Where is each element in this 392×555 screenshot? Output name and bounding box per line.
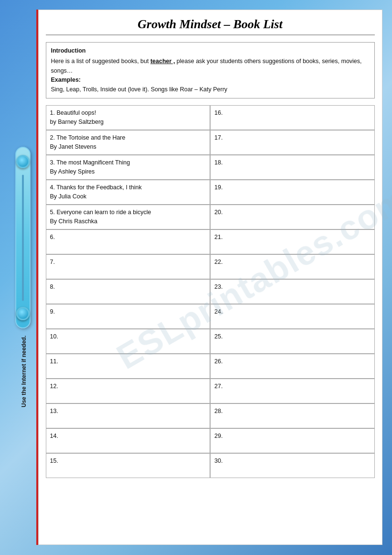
page-container: Use the Internet if needed. Growth Minds… <box>10 10 382 545</box>
book-num: 19. <box>214 184 222 191</box>
book-author: By Julia Cook <box>50 193 86 200</box>
intro-line1: Here is a list of suggested books, but t… <box>51 58 362 74</box>
book-author: By Chris Raschka <box>50 218 97 225</box>
intro-label: Introduction <box>51 46 370 55</box>
book-cell-left: 10. <box>46 329 211 354</box>
book-num: 6. <box>50 234 55 240</box>
book-cell-left: 8. <box>46 279 211 304</box>
book-num: 21. <box>214 234 222 240</box>
book-cell-right: 23. <box>210 279 375 304</box>
book-cell-left: 1. Beautiful oops!by Barney Saltzberg <box>46 105 211 130</box>
book-num: 18. <box>214 159 222 166</box>
sidebar-label: Use the Internet if needed. <box>18 331 28 407</box>
book-num: 28. <box>214 408 222 414</box>
book-cell-right: 24. <box>210 304 375 329</box>
book-num: 8. <box>50 283 55 290</box>
book-num: 12. <box>50 383 58 390</box>
book-num: 16. <box>214 109 222 116</box>
book-cell-right: 21. <box>210 229 375 254</box>
book-cell-left: 15. <box>46 453 211 478</box>
book-cell-left: 5. Everyone can learn to ride a bicycleB… <box>46 205 211 229</box>
book-author: By Janet Stevens <box>50 143 96 150</box>
book-grid: 1. Beautiful oops!by Barney Saltzberg16.… <box>46 105 375 478</box>
intro-examples-text: Sing, Leap, Trolls, Inside out (love it)… <box>51 86 228 93</box>
book-num: 2. <box>50 134 55 141</box>
intro-teacher-word: teacher , <box>150 58 175 65</box>
book-num: 23. <box>214 283 222 290</box>
book-cell-left: 12. <box>46 379 211 403</box>
book-cell-left: 11. <box>46 354 211 379</box>
book-cell-right: 26. <box>210 354 375 379</box>
book-cell-right: 25. <box>210 329 375 354</box>
book-title: The Tortoise and the Hare <box>56 134 125 141</box>
book-cell-left: 4. Thanks for the Feedback, I thinkBy Ju… <box>46 180 211 205</box>
book-title: The most Magnificent Thing <box>56 159 130 166</box>
book-num: 27. <box>214 383 222 390</box>
book-num: 22. <box>214 259 222 265</box>
book-title: Everyone can learn to ride a bicycle <box>56 209 151 216</box>
book-num: 29. <box>214 433 222 439</box>
main-content: Growth Mindset – Book List Introduction … <box>38 10 382 545</box>
book-cell-right: 27. <box>210 379 375 403</box>
sidebar-circle-top <box>16 155 30 168</box>
book-cell-right: 16. <box>210 105 375 130</box>
page-title: Growth Mindset – Book List <box>46 17 375 35</box>
book-cell-left: 7. <box>46 254 211 279</box>
book-num: 4. <box>50 184 55 191</box>
sidebar: Use the Internet if needed. <box>10 10 36 545</box>
book-num: 3. <box>50 159 55 166</box>
book-num: 13. <box>50 408 58 414</box>
book-cell-left: 3. The most Magnificent ThingBy Ashley S… <box>46 155 211 180</box>
book-author: by Barney Saltzberg <box>50 119 104 125</box>
book-num: 11. <box>50 358 58 365</box>
book-num: 25. <box>214 333 222 340</box>
book-cell-right: 22. <box>210 254 375 279</box>
book-cell-left: 2. The Tortoise and the HareBy Janet Ste… <box>46 130 211 155</box>
book-cell-right: 28. <box>210 403 375 428</box>
book-num: 15. <box>50 457 58 464</box>
book-title: Thanks for the Feedback, I think <box>56 184 142 191</box>
sidebar-text: Use the Internet if needed. <box>20 336 28 407</box>
book-title: Beautiful oops! <box>56 109 96 116</box>
book-cell-right: 30. <box>210 453 375 478</box>
book-num: 30. <box>214 457 222 464</box>
book-cell-right: 17. <box>210 130 375 155</box>
book-cell-left: 14. <box>46 428 211 453</box>
book-cell-right: 18. <box>210 155 375 180</box>
book-num: 5. <box>50 209 55 216</box>
sidebar-circle-bottom <box>16 307 30 320</box>
book-cell-right: 29. <box>210 428 375 453</box>
intro-box: Introduction Here is a list of suggested… <box>46 42 375 98</box>
book-num: 20. <box>214 209 222 216</box>
book-cell-left: 9. <box>46 304 211 329</box>
book-num: 7. <box>50 259 55 265</box>
book-num: 10. <box>50 333 58 340</box>
book-cell-left: 13. <box>46 403 211 428</box>
book-author: By Ashley Spires <box>50 168 95 175</box>
book-num: 26. <box>214 358 222 365</box>
book-num: 17. <box>214 134 222 141</box>
book-cell-left: 6. <box>46 229 211 254</box>
book-num: 1. <box>50 109 55 116</box>
book-cell-right: 19. <box>210 180 375 205</box>
book-num: 24. <box>214 308 222 315</box>
intro-examples-label: Examples: <box>51 76 81 83</box>
book-num: 9. <box>50 308 55 315</box>
book-cell-right: 20. <box>210 205 375 229</box>
book-num: 14. <box>50 433 58 439</box>
sidebar-pill <box>15 147 31 328</box>
